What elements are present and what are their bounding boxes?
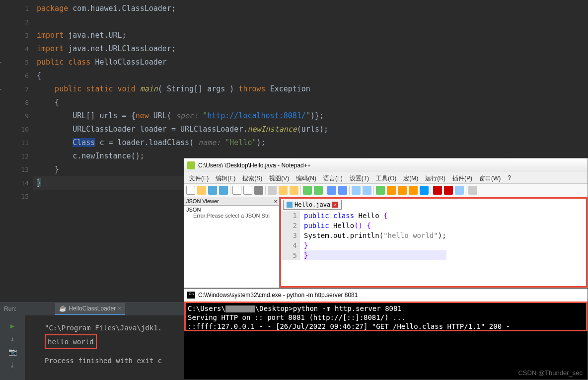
code-line [33,15,328,29]
npp-menubar[interactable]: 文件(F) 编辑(E) 搜索(S) 视图(V) 编码(N) 语言(L) 设置(T… [184,172,588,183]
code-line: { [33,69,328,82]
cmd-line: ::ffff:127.0.0.1 - - [26/Jul/2022 09:46:… [188,322,584,331]
npp-toolbar[interactable] [184,183,588,197]
redo-icon[interactable] [314,186,323,195]
file-icon [287,202,293,208]
replace-icon[interactable] [338,186,347,195]
tab-close-icon[interactable]: × [332,202,338,208]
closeall-icon[interactable] [243,186,252,195]
export-icon[interactable]: ⭳ [8,360,17,369]
cut-icon[interactable] [268,186,277,195]
file-tab-label: Hello.java [294,201,330,208]
tree-error: Error:Please select a JSON Stri [186,213,277,219]
line-number-runnable[interactable]: 5 [9,56,29,69]
watermark: CSDN @Thunder_sec [518,369,583,377]
code-line: URL[] urls = {new URL( spec: "http://loc… [33,109,328,123]
npp-title: C:\Users\ \Desktop\Hello.java - Notepad+… [198,162,311,169]
line-number-runnable[interactable]: 7 [9,82,29,96]
json-viewer-panel[interactable]: JSON Viewer× JSON Error:Please select a … [184,197,280,288]
line-number: 14 [9,176,29,190]
line-number: 1 [9,2,29,15]
camera-icon[interactable]: 📷 [8,347,17,356]
close-icon[interactable] [232,186,241,195]
cmd-titlebar[interactable]: C:\ C:\Windows\system32\cmd.exe - python… [184,289,588,302]
left-tool-strip[interactable] [0,0,9,302]
indent-icon[interactable] [409,186,418,195]
cmd-window: C:\ C:\Windows\system32\cmd.exe - python… [184,288,588,380]
run-tab-label: HelloClassLoader [69,305,116,312]
panel-title: JSON Viewer [186,198,219,204]
menu-item[interactable]: 文件(F) [186,173,212,182]
wrap-icon[interactable] [387,186,396,195]
line-number-gutter[interactable]: 1 2 3 4 5 6 7 8 9 10 11 12 13 14 15 [9,0,33,302]
code-line: Class c = loader.loadClass( name: "Hello… [33,136,328,150]
cmd-output[interactable]: C:\Users\\Desktop>python -m http.server … [184,302,588,331]
line-number: 9 [9,109,29,123]
menu-item[interactable]: 语言(L) [320,173,346,182]
menu-item[interactable]: ? [505,173,514,182]
npp-text: public class Hello { public Hello() { Sy… [300,211,446,260]
menu-item[interactable]: 运行(R) [422,173,448,182]
menu-item[interactable]: 编码(N) [293,173,319,182]
paste-icon[interactable] [290,186,298,195]
run-tab[interactable]: ☕ HelloClassLoader × [55,303,125,315]
line-number: 2 [9,15,29,29]
close-icon[interactable]: × [118,305,121,312]
npp-code[interactable]: 12345 public class Hello { public Hello(… [281,210,586,260]
file-tab[interactable]: Hello.java × [283,200,342,210]
sync-icon[interactable] [376,186,385,195]
menu-item[interactable]: 编辑(E) [213,173,238,182]
find-icon[interactable] [327,186,336,195]
play-icon[interactable]: ▶ [8,321,17,330]
menu-item[interactable]: 窗口(W) [476,173,504,182]
menu-item[interactable]: 设置(T) [347,173,372,182]
menu-item[interactable]: 宏(M) [400,173,421,182]
line-number: 11 [9,136,29,150]
saveall-icon[interactable] [219,186,228,195]
cmd-line: Serving HTTP on :: port 8081 (http://[::… [188,313,584,322]
line-number: 8 [9,96,29,109]
npp-editor[interactable]: Hello.java × 12345 public class Hello { … [280,197,588,288]
npp-titlebar[interactable]: C:\Users\ \Desktop\Hello.java - Notepad+… [184,158,588,172]
notepad-window: C:\Users\ \Desktop\Hello.java - Notepad+… [184,158,588,288]
line-number: 13 [9,163,29,176]
npp-app-icon [187,161,195,169]
record-icon[interactable] [433,186,442,195]
output-line: Process finished with exit c [45,354,162,367]
play-macro-icon[interactable] [444,186,453,195]
eye-icon[interactable] [455,186,464,195]
code-line: { [33,96,328,109]
fold-icon[interactable] [420,186,429,195]
npp-gutter: 12345 [281,211,300,260]
copy-icon[interactable] [279,186,288,195]
line-number: 10 [9,123,29,136]
stop-icon[interactable]: ↓ [8,334,17,343]
line-number: 3 [9,29,29,42]
print-icon[interactable] [254,186,263,195]
allchars-icon[interactable] [398,186,407,195]
zoom-out-icon[interactable] [363,186,371,195]
save-icon[interactable] [208,186,217,195]
code-line: import java.net.URL; [33,29,328,42]
zoom-in-icon[interactable] [352,186,361,195]
code-line: package com.huawei.ClassLoader; [33,2,328,15]
menu-item[interactable]: 视图(V) [266,173,292,182]
menu-item[interactable]: 搜索(S) [239,173,265,182]
code-line: public static void main( String[] args )… [33,82,328,96]
cmd-icon: C:\ [187,292,195,299]
line-number: 6 [9,69,29,82]
line-number: 4 [9,42,29,56]
undo-icon[interactable] [303,186,312,195]
panel-close-icon[interactable]: × [274,198,277,204]
output-highlight: hello world [45,334,97,349]
java-icon: ☕ [59,305,67,312]
menu-item[interactable]: 插件(P) [449,173,475,182]
open-icon[interactable] [197,186,206,195]
new-icon[interactable] [186,186,195,195]
code-line: public class HelloClassLoader [33,56,328,69]
line-number: 15 [9,190,29,203]
tool-icon[interactable] [468,186,477,195]
code-line: import java.net.URLClassLoader; [33,42,328,56]
tree-root[interactable]: JSON [186,207,277,213]
menu-item[interactable]: 工具(O) [373,173,399,182]
